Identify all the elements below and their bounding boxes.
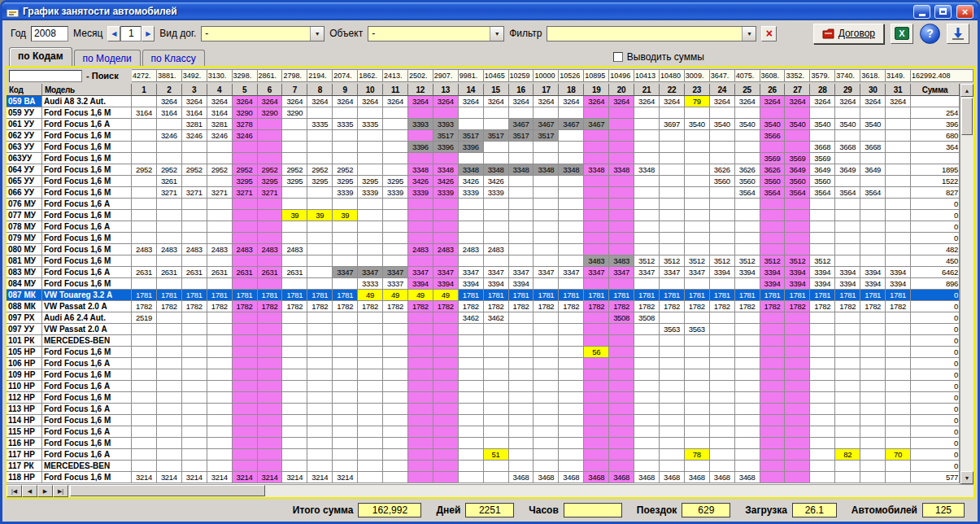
day-cell[interactable]: 3347 xyxy=(685,267,710,278)
code-cell[interactable]: 059 ВА xyxy=(7,96,42,107)
day-cell[interactable] xyxy=(710,312,735,324)
day-cell[interactable] xyxy=(307,278,333,290)
day-cell[interactable] xyxy=(735,130,760,142)
day-cell[interactable] xyxy=(660,347,685,358)
day-cell[interactable] xyxy=(760,107,786,119)
day-cell[interactable]: 3426 xyxy=(459,176,484,187)
day-cell[interactable]: 2952 xyxy=(258,164,283,176)
table-row[interactable]: 106 НРFord Focus 1,6 А0 xyxy=(7,358,960,369)
day-cell[interactable]: 3264 xyxy=(609,96,634,107)
day-cell[interactable] xyxy=(459,438,484,449)
day-cell[interactable] xyxy=(132,278,157,290)
day-cell[interactable] xyxy=(886,187,911,199)
day-cell[interactable] xyxy=(258,233,283,244)
day-cell[interactable] xyxy=(233,278,258,290)
day-cell[interactable] xyxy=(886,210,911,221)
day-cell[interactable] xyxy=(433,472,459,483)
day-cell[interactable] xyxy=(760,233,786,244)
day-cell[interactable]: 3512 xyxy=(710,255,735,267)
day-cell[interactable] xyxy=(307,335,333,347)
day-cell[interactable]: 3396 xyxy=(408,142,433,153)
day-cell[interactable] xyxy=(710,278,735,290)
day-cell[interactable] xyxy=(860,472,886,483)
day-cell[interactable] xyxy=(282,426,307,438)
day-cell[interactable] xyxy=(182,233,207,244)
day-cell[interactable] xyxy=(484,438,509,449)
day-cell[interactable] xyxy=(710,210,735,221)
day-cell[interactable] xyxy=(333,324,358,335)
day-cell[interactable] xyxy=(383,221,408,233)
day-cell[interactable] xyxy=(207,221,233,233)
day-cell[interactable]: 3348 xyxy=(484,164,509,176)
day-cell[interactable]: 3264 xyxy=(307,96,333,107)
day-cell[interactable]: 3394 xyxy=(760,278,786,290)
day-cell[interactable] xyxy=(307,461,333,472)
code-cell[interactable]: 077 МУ xyxy=(7,210,42,221)
day-cell[interactable]: 3335 xyxy=(358,119,383,130)
day-cell[interactable] xyxy=(282,392,307,404)
day-cell[interactable] xyxy=(860,358,886,369)
day-cell[interactable] xyxy=(258,324,283,335)
day-cell[interactable] xyxy=(358,381,383,392)
day-cell[interactable]: 3394 xyxy=(886,278,911,290)
day-cell[interactable] xyxy=(157,210,182,221)
day-cell[interactable] xyxy=(484,392,509,404)
table-row[interactable]: 066 УУFord Focus 1,6 М327132713271327132… xyxy=(7,187,960,199)
day-cell[interactable] xyxy=(685,415,710,426)
day-cell[interactable] xyxy=(233,392,258,404)
day-cell[interactable] xyxy=(634,176,660,187)
day-cell[interactable] xyxy=(258,255,283,267)
day-cell[interactable]: 3339 xyxy=(433,187,459,199)
day-cell[interactable]: 3264 xyxy=(207,96,233,107)
day-cell[interactable] xyxy=(383,426,408,438)
day-cell[interactable] xyxy=(358,426,383,438)
table-row[interactable]: 110 НРFord Focus 1,6 А0 xyxy=(7,381,960,392)
day-cell[interactable]: 3560 xyxy=(810,176,835,187)
day-cell[interactable] xyxy=(634,153,660,164)
day-cell[interactable] xyxy=(182,199,207,210)
day-cell[interactable] xyxy=(860,199,886,210)
day-cell[interactable] xyxy=(509,324,534,335)
day-cell[interactable] xyxy=(333,358,358,369)
day-cell[interactable] xyxy=(710,381,735,392)
day-cell[interactable]: 3264 xyxy=(886,96,911,107)
day-cell[interactable]: 3264 xyxy=(157,96,182,107)
day-cell[interactable]: 3512 xyxy=(660,255,685,267)
day-cell[interactable] xyxy=(660,142,685,153)
model-cell[interactable]: Ford Focus 1,6 М xyxy=(42,347,132,358)
day-cell[interactable]: 3264 xyxy=(484,96,509,107)
day-cell[interactable] xyxy=(634,324,660,335)
day-cell[interactable]: 1782 xyxy=(634,301,660,312)
day-cell[interactable]: 1782 xyxy=(559,301,584,312)
day-cell[interactable] xyxy=(559,324,584,335)
day-cell[interactable] xyxy=(609,335,634,347)
day-cell[interactable] xyxy=(509,107,534,119)
day-cell[interactable]: 3347 xyxy=(383,267,408,278)
day-cell[interactable] xyxy=(685,107,710,119)
day-cell[interactable] xyxy=(383,335,408,347)
code-cell[interactable]: 061 УУ xyxy=(7,119,42,130)
day-cell[interactable] xyxy=(509,312,534,324)
day-cell[interactable]: 3214 xyxy=(333,472,358,483)
day-cell[interactable] xyxy=(258,278,283,290)
day-cell[interactable] xyxy=(333,107,358,119)
day-cell[interactable] xyxy=(886,347,911,358)
day-cell[interactable] xyxy=(559,130,584,142)
day-cell[interactable] xyxy=(282,415,307,426)
day-cell[interactable] xyxy=(634,426,660,438)
table-row[interactable]: 115 НРFord Focus 1,6 А0 xyxy=(7,426,960,438)
day-cell[interactable] xyxy=(559,381,584,392)
day-cell[interactable] xyxy=(307,312,333,324)
day-cell[interactable] xyxy=(534,449,559,461)
day-cell[interactable]: 79 xyxy=(685,96,710,107)
day-cell[interactable] xyxy=(282,153,307,164)
day-cell[interactable] xyxy=(157,233,182,244)
day-cell[interactable]: 2483 xyxy=(132,244,157,255)
nav-next-button[interactable]: ▶ xyxy=(37,485,53,497)
day-cell[interactable] xyxy=(660,358,685,369)
day-cell[interactable] xyxy=(609,358,634,369)
day-cell[interactable]: 2631 xyxy=(258,267,283,278)
day-cell[interactable] xyxy=(157,461,182,472)
day-cell[interactable] xyxy=(584,187,609,199)
day-cell[interactable]: 3290 xyxy=(258,107,283,119)
